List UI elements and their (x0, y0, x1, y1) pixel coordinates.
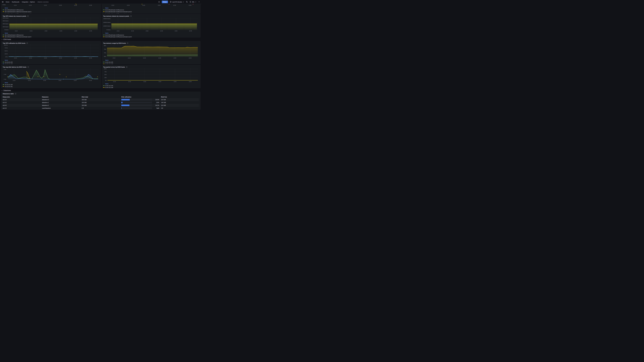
utilization-percent-label: 26.9% (152, 99, 161, 100)
datastores-table: DatacenterDatastoreDisk totalDisk utiliz… (3, 96, 199, 110)
section-esxi-hosts[interactable]: ESXi hosts (1, 38, 11, 41)
column-header-disk-total[interactable]: Disk total (82, 96, 121, 98)
panel-header[interactable]: Datastores table (3, 93, 199, 95)
legend-item[interactable]: /dc-8-0/host/cluster-8-0/Resources/clust… (103, 11, 132, 13)
series-point (193, 4, 193, 5)
legend-item[interactable]: /dc-8-0/host/cluster-8-0/Resources (103, 34, 124, 36)
time-series-chart[interactable]: 4 ms2 ms0 ms13:1013:1513:2013:2513:3013:… (3, 68, 99, 82)
legend-name-header[interactable]: Name (5, 82, 8, 84)
column-header-datastore[interactable]: Datastore (42, 96, 82, 98)
panel-title: Top packet errors by ESXi hosts (103, 66, 125, 68)
bar-gauge-track (121, 107, 152, 109)
info-icon[interactable] (15, 93, 16, 95)
panel-header[interactable]: Top memory usage by ESXi hosts (103, 42, 199, 44)
legend-item[interactable]: 10.33.121.245 (103, 85, 113, 87)
utilization-percent-label: 2.8% (152, 102, 161, 103)
legend-item[interactable]: 10.33.121.249 (3, 63, 12, 64)
share-button[interactable]: Share (162, 1, 168, 3)
panel-header[interactable]: Top avg disk latency by ESXi hosts (3, 66, 99, 68)
cell-datacenter: dc-8-0 (3, 107, 42, 109)
time-series-chart[interactable]: 13:1013:1513:2013:2513:3013:35 (3, 4, 99, 7)
refresh-interval-label: 30s (192, 1, 194, 3)
time-series-chart[interactable]: 80%75%70%65%13:1013:1513:2013:2513:3013:… (103, 45, 199, 59)
info-icon[interactable] (27, 15, 29, 17)
legend-item[interactable]: /dc-8-0/host/cluster-8-0/Resources (103, 9, 124, 11)
zoom-out-icon[interactable] (186, 1, 188, 3)
y-axis-tick-label: 70% (104, 52, 106, 54)
dashboard-settings-gear-icon[interactable] (158, 1, 160, 3)
legend-item[interactable]: 10.33.121.251 (3, 85, 12, 87)
bar-gauge-fill (121, 105, 130, 106)
time-series-chart[interactable]: 100%75%50%25%0%13:1013:1513:2013:2513:30… (103, 68, 199, 83)
series-point (169, 4, 169, 5)
y-axis-tick-label: 8000 shares (3, 18, 8, 19)
info-icon[interactable] (130, 15, 132, 17)
info-icon[interactable] (127, 43, 128, 44)
x-axis-tick-label: 13:10 (14, 5, 17, 6)
time-series-chart[interactable]: 13:1013:1513:2013:2513:3013:35 (103, 4, 199, 7)
chevron-down-icon (183, 1, 184, 3)
legend-swatch (103, 37, 104, 37)
legend-name-header[interactable]: Name (105, 59, 108, 61)
x-axis-tick-label: 13:15 (131, 30, 134, 32)
legend-name-header[interactable]: Name (5, 7, 8, 9)
series-area (26, 71, 30, 79)
y-axis-tick-label: 100000 shares (103, 26, 110, 27)
section-datastores[interactable]: Datastores (1, 89, 11, 92)
legend-item[interactable]: 10.33.121.245 (3, 84, 12, 85)
legend-item[interactable]: 10.33.121.249 (103, 87, 113, 88)
panel-title: Top memory shares by resource pools (103, 15, 129, 17)
panel-header[interactable]: Top CPU utilization by ESXi hosts (3, 42, 99, 44)
panel-header[interactable]: Top memory shares by resource pools (103, 15, 199, 17)
x-axis-tick-label: 13:20 (143, 81, 146, 82)
legend-item[interactable]: 10.33.121.249 (3, 87, 12, 88)
legend-swatch (3, 62, 4, 62)
legend-name-header[interactable]: Name (105, 7, 108, 9)
collapse-topbar-chevron-up-icon[interactable] (198, 1, 200, 3)
panel-datastores-table: Datastores table DatacenterDatastoreDisk… (1, 92, 200, 110)
legend-item[interactable]: 10.33.121.245 (103, 61, 113, 63)
legend-item[interactable]: /dc-8-0/host/cluster-8-0/Resources (3, 9, 24, 11)
menu-toggle-icon[interactable] (2, 1, 4, 3)
info-icon[interactable] (126, 66, 128, 68)
x-axis-tick-label: 13:35 (189, 57, 192, 59)
legend-name-header[interactable]: Name (5, 59, 8, 61)
column-header-datacenter[interactable]: Datacenter (3, 96, 42, 98)
legend-item[interactable]: /dc-8-0/host/cluster-8-0/Resources/clust… (3, 36, 31, 37)
legend-name-header[interactable]: Name (105, 32, 108, 34)
x-axis-tick-label: 13:10 (15, 30, 18, 32)
legend-name-header[interactable]: Name (105, 83, 108, 85)
series-area (112, 24, 197, 30)
time-series-chart[interactable]: 8000 shares6000 shares4000 shares2000 sh… (3, 18, 99, 32)
x-axis-tick-label: 13:35 (89, 5, 92, 6)
time-series-chart[interactable]: 300000 shares200000 shares100000 shares0… (103, 18, 199, 32)
breadcrumb-folder[interactable]: Integration - vSphere (22, 1, 35, 3)
time-series-chart[interactable]: 100.0%75.0%50.0%25.0%0.0%13:1013:1513:20… (3, 45, 99, 59)
legend-name-header[interactable]: Name (5, 32, 8, 34)
column-header-disk-utilization[interactable]: Disk utilization (121, 96, 161, 98)
legend-item[interactable]: /dc-8-0/host/cluster-8-0/Resources/clust… (3, 13, 31, 14)
legend-item[interactable]: /dc-8-0/host/cluster-8-0/Resources/clust… (103, 36, 132, 37)
cell-disk-total: 150 GiB (82, 99, 121, 100)
breadcrumb-dashboards[interactable]: Dashboards (12, 1, 19, 3)
legend-item[interactable]: 10.33.121.249 (103, 63, 113, 64)
legend-item[interactable]: /dc-8-0/host/cluster-8-0/Resources/clust… (103, 13, 132, 14)
info-icon[interactable] (26, 43, 28, 44)
panel-header[interactable]: Top CPU shares by resource pools (3, 15, 99, 17)
legend-item[interactable]: /dc-8-0/host/cluster-8-0/Resources (3, 34, 24, 36)
utilization-percent-label: 26.2% (152, 105, 161, 106)
refresh-picker[interactable]: 30s (190, 1, 196, 3)
legend-item[interactable]: /dc-8-0/host/cluster-8-0/Resources/clust… (3, 11, 31, 13)
top-nav: Home › Dashboards › Integration - vSpher… (0, 0, 202, 4)
legend-item[interactable]: 10.33.121.245 (3, 61, 12, 63)
legend-label: /dc-8-0/host/cluster-8-0/Resources (5, 34, 24, 36)
legend-label: /dc-8-0/host/cluster-8-0/Resources (5, 9, 24, 11)
column-header-disk-free[interactable]: Disk free (161, 96, 199, 98)
x-axis-tick-label: 13:15 (28, 80, 31, 81)
panel-header[interactable]: Top packet errors by ESXi hosts (103, 66, 199, 68)
time-range-picker[interactable]: Last 30 minutes (170, 1, 184, 3)
info-icon[interactable] (28, 66, 29, 68)
legend-swatch (3, 86, 4, 87)
breadcrumb-home[interactable]: Home (6, 1, 10, 3)
cell-datastore: datastore-0 (42, 99, 82, 100)
